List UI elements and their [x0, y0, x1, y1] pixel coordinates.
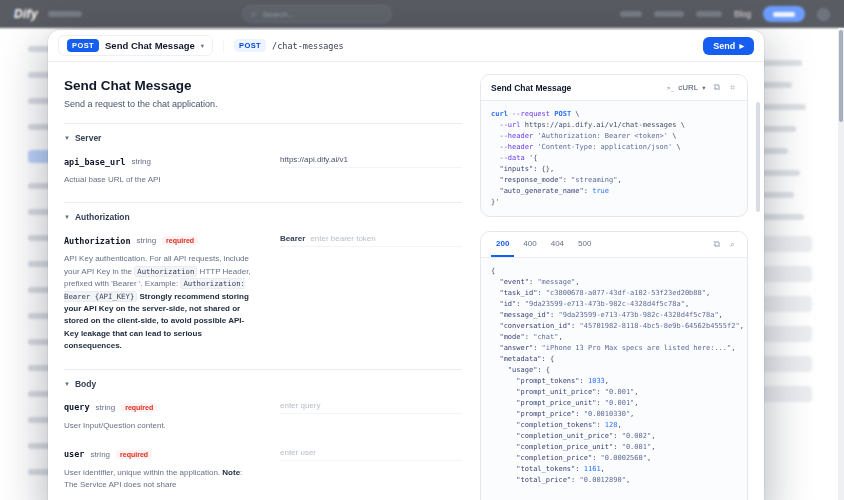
param-name: Authorization: [64, 236, 131, 246]
request-card-header: Send Chat Message >_ cURL ▾ ⧉ ⌗: [481, 75, 747, 101]
screen: Dify ⌕ Search... Blog POST Send Chat Mes…: [0, 0, 844, 500]
section-toggle-authorization[interactable]: ▼Authorization: [64, 212, 462, 222]
chevron-down-icon: ▼: [64, 135, 70, 141]
param-description: User identifier, unique within the appli…: [64, 467, 256, 492]
modal-scrollbar[interactable]: [756, 102, 760, 500]
curl-code: curl --request POST \ --url https://api.…: [481, 101, 747, 216]
endpoint-path: /chat-messages: [272, 41, 344, 51]
code-line: "completion_unit_price": "0.002",: [491, 431, 737, 442]
param-type: string: [96, 403, 116, 412]
code-line: "total_tokens": 1161,: [491, 464, 737, 475]
send-button-label: Send: [713, 41, 735, 51]
input-placeholder: enter bearer token: [310, 234, 375, 243]
play-icon: ▶: [739, 43, 744, 49]
section-toggle-server[interactable]: ▼Server: [64, 133, 462, 143]
code-line: "conversation_id": "45701982-8118-4bc5-8…: [491, 321, 737, 332]
code-line: "completion_price_unit": "0.001",: [491, 442, 737, 453]
code-line: "prompt_unit_price": "0.001",: [491, 387, 737, 398]
endpoint-label: Send Chat Message: [105, 40, 195, 51]
code-line: "prompt_tokens": 1033,: [491, 376, 737, 387]
code-view-icon[interactable]: ⌗: [728, 83, 737, 92]
input-placeholder: enter user: [280, 448, 316, 457]
page-scrollbar[interactable]: [838, 28, 844, 500]
code-line: --data '{: [491, 153, 737, 164]
response-tab-404[interactable]: 404: [546, 232, 569, 257]
send-button[interactable]: Send ▶: [703, 37, 754, 55]
code-line: "completion_tokens": 128,: [491, 420, 737, 431]
required-badge: required: [116, 450, 152, 459]
section-label: Authorization: [75, 212, 130, 222]
response-tab-400[interactable]: 400: [518, 232, 541, 257]
authorization-input[interactable]: Bearerenter bearer token: [280, 234, 462, 247]
code-line: --header 'Content-Type: application/json…: [491, 142, 737, 153]
response-tab-200[interactable]: 200: [491, 232, 514, 257]
scrollbar-thumb[interactable]: [839, 30, 843, 122]
required-badge: required: [121, 403, 157, 412]
chevron-down-icon: ▼: [64, 381, 70, 387]
param-name: user: [64, 449, 84, 459]
code-line: curl --request POST \: [491, 109, 737, 120]
copy-icon[interactable]: ⧉: [712, 240, 722, 249]
code-line: "task_id": "c3800678-a077-43df-a102-53f2…: [491, 288, 737, 299]
field-authorization: AuthorizationstringrequiredBearerenter b…: [64, 234, 462, 352]
param-name: query: [64, 402, 90, 412]
code-line: "id": "9da23599-e713-473b-982c-4328d4f5c…: [491, 299, 737, 310]
param-description: Actual base URL of the API: [64, 174, 256, 186]
copy-icon[interactable]: ⧉: [711, 83, 721, 92]
user-input[interactable]: enter user: [280, 448, 462, 461]
page-title: Send Chat Message: [64, 78, 462, 93]
section-label: Body: [75, 379, 96, 389]
code-line: {: [491, 266, 737, 277]
field-user: userstringrequiredenter userUser identif…: [64, 448, 462, 492]
request-example-card: Send Chat Message >_ cURL ▾ ⧉ ⌗ curl --r…: [480, 74, 748, 217]
code-line: "total_price": "0.0012890",: [491, 475, 737, 486]
section-toggle-body[interactable]: ▼Body: [64, 379, 462, 389]
field-meta: Authorizationstringrequired: [64, 234, 264, 247]
code-line: --header 'Authorization: Bearer <token>'…: [491, 131, 737, 142]
page-subtitle: Send a request to the chat application.: [64, 99, 462, 109]
chevron-down-icon: ▼: [64, 214, 70, 220]
preview-icon[interactable]: ⌕: [728, 240, 737, 249]
required-badge: required: [162, 236, 198, 245]
code-line: "answer": "iPhone 13 Pro Max specs are l…: [491, 343, 737, 354]
code-line: --url https://api.dify.ai/v1/chat-messag…: [491, 120, 737, 131]
query-input[interactable]: enter query: [280, 401, 462, 414]
modal-header: POST Send Chat Message ▾ POST /chat-mess…: [48, 30, 764, 62]
code-line: "event": "message",: [491, 277, 737, 288]
field-meta: userstringrequired: [64, 448, 264, 461]
code-line: "message_id": "9da23599-e713-473b-982c-4…: [491, 310, 737, 321]
response-json: { "event": "message", "task_id": "c38006…: [481, 258, 747, 494]
language-select[interactable]: >_ cURL ▾: [667, 83, 706, 92]
field-api_base_url: api_base_urlstringhttps://api.dify.ai/v1…: [64, 155, 462, 186]
param-type: string: [137, 236, 157, 245]
param-name: api_base_url: [64, 157, 125, 167]
api_base_url-input[interactable]: https://api.dify.ai/v1: [280, 155, 462, 168]
section-authorization: ▼AuthorizationAuthorizationstringrequire…: [64, 202, 462, 352]
input-prefix: Bearer: [280, 234, 305, 243]
field-query: querystringrequiredenter queryUser Input…: [64, 401, 462, 432]
scrollbar-thumb[interactable]: [756, 102, 760, 212]
endpoint-select[interactable]: POST Send Chat Message ▾: [58, 35, 213, 56]
field-meta: querystringrequired: [64, 401, 264, 414]
endpoint-path-group: POST /chat-messages: [223, 39, 344, 52]
code-line: "metadata": {: [491, 354, 737, 365]
response-status-tabs: 200400404500: [491, 232, 706, 257]
parameter-sections: ▼Serverapi_base_urlstringhttps://api.dif…: [64, 123, 462, 492]
section-body: ▼Bodyquerystringrequiredenter queryUser …: [64, 369, 462, 492]
code-line: "prompt_price": "0.0010330",: [491, 409, 737, 420]
code-line: }': [491, 197, 737, 208]
section-label: Server: [75, 133, 101, 143]
terminal-icon: >_: [667, 84, 674, 91]
field-meta: api_base_urlstring: [64, 155, 264, 168]
input-value: https://api.dify.ai/v1: [280, 155, 348, 164]
input-placeholder: enter query: [280, 401, 320, 410]
chevron-down-icon: ▾: [702, 84, 705, 92]
api-playground-modal: POST Send Chat Message ▾ POST /chat-mess…: [48, 30, 764, 500]
param-description: API Key authentication. For all API requ…: [64, 253, 256, 352]
response-tab-500[interactable]: 500: [573, 232, 596, 257]
code-line: "response_mode": "streaming",: [491, 175, 737, 186]
param-type: string: [90, 450, 110, 459]
section-server: ▼Serverapi_base_urlstringhttps://api.dif…: [64, 123, 462, 186]
code-column: Send Chat Message >_ cURL ▾ ⧉ ⌗ curl --r…: [480, 74, 748, 500]
code-line: "auto_generate_name": true: [491, 186, 737, 197]
